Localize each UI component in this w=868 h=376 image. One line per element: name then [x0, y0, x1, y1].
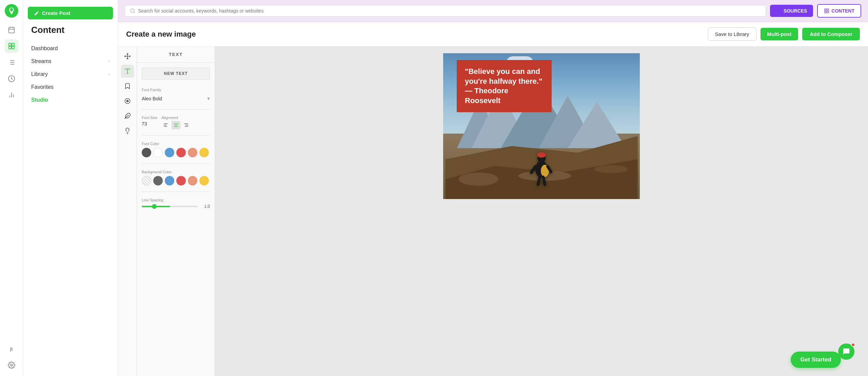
font-size-value: 73 — [142, 121, 157, 126]
align-center-icon — [173, 122, 179, 128]
line-spacing-label: Line Spacing — [142, 198, 210, 202]
page-title: Create a new image — [126, 30, 196, 39]
sidebar-item-label: Library — [31, 71, 48, 77]
sidebar-item-label: Favorites — [31, 84, 54, 90]
nav-content[interactable] — [5, 39, 18, 53]
align-right-button[interactable] — [182, 121, 191, 129]
chevron-right-icon: › — [108, 72, 110, 77]
sidebar-item-dashboard[interactable]: Dashboard — [23, 42, 118, 55]
bg-swatch-blue[interactable] — [165, 176, 174, 185]
calendar-icon — [8, 26, 15, 34]
font-color-section: Font Color — [137, 138, 215, 161]
icon-rail: β — [0, 0, 23, 376]
bg-swatch-red[interactable] — [176, 176, 186, 185]
nav-settings[interactable] — [5, 358, 18, 372]
pencil-icon — [34, 11, 39, 16]
align-center-button[interactable] — [172, 121, 180, 129]
page-header-actions: Save to Library Multi-post Add to Compos… — [708, 27, 860, 41]
sidebar-item-studio[interactable]: Studio — [23, 94, 118, 106]
svg-rect-25 — [827, 11, 829, 13]
notification-dot — [851, 343, 855, 347]
svg-rect-6 — [8, 43, 11, 46]
circle-icon — [124, 98, 131, 104]
save-to-library-button[interactable]: Save to Library — [708, 27, 756, 41]
font-family-section: Font Family Aleo Bold ▾ — [137, 84, 215, 106]
svg-point-21 — [131, 9, 134, 13]
chevron-right-icon: › — [108, 59, 110, 64]
size-align-row: Font Size 73 Alignment — [142, 116, 210, 129]
bg-swatch-salmon[interactable] — [188, 176, 197, 185]
paint-icon — [124, 113, 131, 119]
tool-circle[interactable] — [121, 95, 134, 107]
sidebar-item-label: Studio — [31, 97, 48, 103]
color-swatch-white[interactable] — [153, 148, 163, 157]
schedule-icon — [8, 75, 15, 82]
nav-analytics[interactable] — [5, 88, 18, 102]
line-spacing-slider[interactable] — [142, 206, 198, 207]
line-spacing-section: Line Spacing 1.0 — [137, 195, 215, 212]
color-swatch-blue[interactable] — [165, 148, 174, 157]
bg-swatch-dark[interactable] — [153, 176, 163, 185]
get-started-button[interactable]: Get Started — [791, 352, 841, 368]
content-label: CONTENT — [831, 8, 854, 14]
svg-rect-9 — [12, 46, 14, 49]
slider-row: 1.0 — [142, 204, 210, 209]
font-family-select[interactable]: Aleo Bold ▾ — [142, 94, 210, 103]
content-tab-button[interactable]: CONTENT — [817, 4, 861, 18]
topbar: SOURCES CONTENT — [118, 0, 868, 22]
new-text-button[interactable]: NEW TEXT — [142, 67, 210, 80]
svg-rect-24 — [825, 11, 826, 13]
search-box[interactable] — [125, 5, 766, 17]
align-left-button[interactable] — [161, 121, 170, 129]
list-icon — [8, 59, 15, 66]
tool-bulb[interactable] — [121, 124, 134, 137]
svg-line-59 — [543, 177, 545, 184]
font-size-label: Font Size — [142, 116, 157, 120]
color-swatch-salmon[interactable] — [188, 148, 197, 157]
create-post-label: Create Post — [42, 10, 70, 16]
nav-list[interactable] — [5, 56, 18, 69]
content-icon — [8, 42, 15, 50]
bg-swatch-yellow[interactable] — [199, 176, 209, 185]
alignment-buttons — [161, 121, 191, 129]
sources-label: SOURCES — [784, 8, 807, 14]
svg-point-20 — [11, 364, 13, 366]
svg-point-27 — [126, 100, 128, 102]
divider-4 — [142, 192, 210, 192]
search-input[interactable] — [138, 8, 761, 14]
tool-text[interactable] — [121, 65, 134, 78]
sidebar-item-library[interactable]: Library › — [23, 68, 118, 81]
font-size-col: Font Size 73 — [142, 116, 157, 129]
svg-rect-0 — [11, 13, 13, 14]
tool-move[interactable] — [121, 50, 134, 63]
color-swatch-yellow[interactable] — [199, 148, 209, 157]
divider-3 — [142, 163, 210, 164]
search-icon — [130, 8, 135, 14]
sources-tab-button[interactable]: SOURCES — [770, 5, 813, 17]
add-to-composer-button[interactable]: Add to Composer — [802, 28, 860, 40]
nav-calendar[interactable] — [5, 23, 18, 37]
settings-icon — [8, 361, 15, 369]
chat-button[interactable] — [838, 343, 854, 360]
color-swatch-dark[interactable] — [142, 148, 151, 157]
app-logo[interactable] — [5, 4, 18, 18]
chevron-down-icon: ▾ — [207, 95, 210, 102]
sources-icon — [776, 8, 782, 14]
sidebar-item-favorites[interactable]: Favorites — [23, 81, 118, 94]
move-icon — [124, 53, 131, 60]
logo-icon — [7, 7, 16, 15]
bg-swatch-pattern[interactable] — [142, 176, 151, 185]
nav-beta[interactable]: β — [5, 342, 18, 356]
color-swatch-red[interactable] — [176, 148, 186, 157]
canvas-image[interactable]: "Believe you can and you're halfway ther… — [443, 53, 640, 199]
sidebar-item-streams[interactable]: Streams › — [23, 55, 118, 68]
content-icon — [824, 8, 829, 14]
nav-schedule[interactable] — [5, 72, 18, 85]
line-spacing-value: 1.0 — [200, 204, 210, 209]
multipost-button[interactable]: Multi-post — [761, 28, 798, 40]
page-header: Create a new image Save to Library Multi… — [118, 22, 868, 46]
tool-bookmark[interactable] — [121, 80, 134, 93]
font-family-value: Aleo Bold — [142, 96, 162, 101]
tool-paint[interactable] — [121, 110, 134, 122]
create-post-button[interactable]: Create Post — [28, 7, 113, 19]
